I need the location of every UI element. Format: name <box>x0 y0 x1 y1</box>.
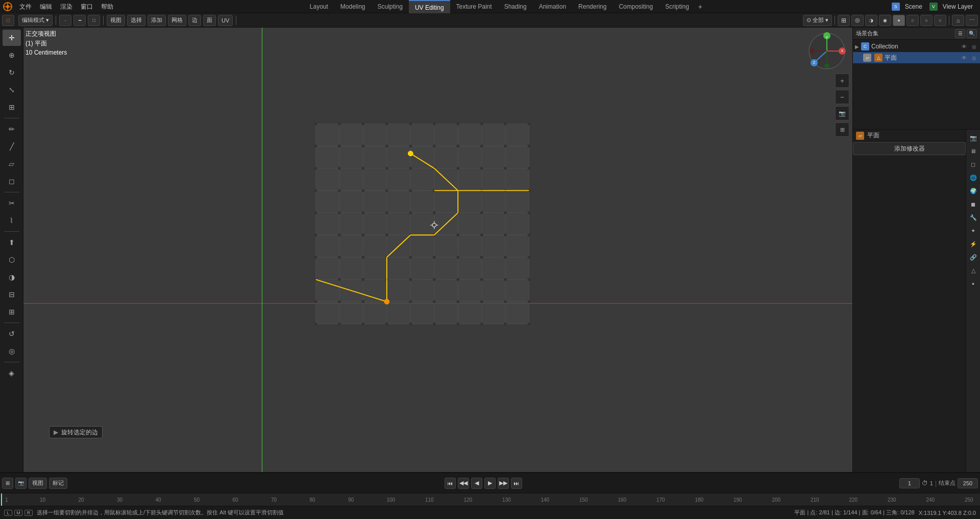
camera-btn[interactable]: 📷 <box>835 106 849 120</box>
current-frame-input[interactable] <box>899 478 920 488</box>
view-menu[interactable]: 视图 <box>107 15 125 26</box>
zoom-in-btn[interactable]: + <box>835 73 849 88</box>
timeline-camera-btn[interactable]: 📷 <box>15 478 27 489</box>
play-btn[interactable]: ▶ <box>484 478 496 489</box>
shading-material[interactable]: ○ <box>906 15 919 26</box>
jump-start-btn[interactable]: ⏮ <box>445 478 456 489</box>
tool-bevel[interactable]: ◑ <box>3 269 21 285</box>
collection-vis-icon[interactable]: 👁 <box>960 42 968 51</box>
timeline-scene-btn[interactable]: ⊞ <box>2 478 13 489</box>
viewport-gizmo-icon[interactable]: ⌂ <box>952 15 964 26</box>
tool-shear[interactable]: ◈ <box>3 365 21 381</box>
select-menu[interactable]: 选择 <box>127 15 145 26</box>
prev-key-btn[interactable]: ◀◀ <box>458 478 469 489</box>
shading-solid[interactable]: ● <box>893 15 905 26</box>
tab-texture-paint[interactable]: Texture Paint <box>450 0 498 13</box>
props-tab-scene[interactable]: 🌐 <box>967 171 979 184</box>
xray-icon[interactable]: ◉ <box>879 15 891 26</box>
proportional-icon[interactable]: ◎ <box>851 15 864 26</box>
tab-scripting[interactable]: Scripting <box>659 0 695 13</box>
edge-select-mode[interactable]: ━ <box>74 15 86 26</box>
tool-bisect[interactable]: ⌇ <box>3 212 21 229</box>
tool-move[interactable]: ⊕ <box>3 47 21 63</box>
outliner-search-btn[interactable]: 🔍 <box>967 29 977 38</box>
tab-shading[interactable]: Shading <box>498 0 533 13</box>
props-tab-object[interactable]: ◼ <box>967 198 979 210</box>
tab-layout[interactable]: Layout <box>304 0 334 13</box>
menu-help[interactable]: 帮助 <box>97 0 117 13</box>
props-tab-modifier[interactable]: 🔧 <box>967 211 979 224</box>
tool-transform[interactable]: ⊞ <box>3 99 21 115</box>
face-select-mode[interactable]: □ <box>88 15 100 26</box>
plane-render-icon[interactable]: ◎ <box>970 54 978 62</box>
tool-knife[interactable]: ✂ <box>3 195 21 211</box>
shading-rendered[interactable]: ○ <box>920 15 933 26</box>
3d-viewport[interactable]: 正交项视图 (1) 平面 10 Centimeters <box>23 28 852 472</box>
tool-scale[interactable]: ⤡ <box>3 82 21 98</box>
scene-name[interactable]: Scene <box>902 3 925 10</box>
collection-render-icon[interactable]: ◎ <box>970 42 978 51</box>
tab-uv-editing[interactable]: UV Editing <box>409 0 450 13</box>
props-tab-world[interactable]: 🌍 <box>967 185 979 197</box>
viewport-axes-widget[interactable]: Y X Z <box>806 31 847 71</box>
tab-rendering[interactable]: Rendering <box>572 0 612 13</box>
timeline-view-btn[interactable]: 视图 <box>29 478 47 489</box>
tab-animation[interactable]: Animation <box>533 0 572 13</box>
tool-annotate-line[interactable]: ╱ <box>3 138 21 155</box>
menu-file[interactable]: 文件 <box>15 0 36 13</box>
props-tab-physics[interactable]: ⚡ <box>967 238 979 250</box>
tool-annotate-poly[interactable]: ▱ <box>3 156 21 172</box>
tab-sculpting[interactable]: Sculpting <box>372 0 409 13</box>
timeline-marker-btn[interactable]: 标记 <box>49 478 67 489</box>
tool-annotate[interactable]: ✏ <box>3 121 21 137</box>
tool-smooth[interactable]: ◎ <box>3 343 21 359</box>
props-tab-output[interactable]: 🖥 <box>967 145 979 157</box>
outliner-collection[interactable]: ▶ C Collection 👁 ◎ <box>853 41 980 52</box>
grid-btn[interactable]: ⊞ <box>835 122 849 137</box>
tool-cursor[interactable]: ✛ <box>3 30 21 46</box>
edge-menu[interactable]: 边 <box>188 15 201 26</box>
props-tab-particles[interactable]: ✦ <box>967 225 979 237</box>
outliner-plane[interactable]: ▱ △ 平面 👁 ◎ <box>853 52 980 63</box>
menu-window[interactable]: 窗口 <box>77 0 97 13</box>
menu-edit[interactable]: 编辑 <box>36 0 56 13</box>
jump-end-btn[interactable]: ⏭ <box>511 478 522 489</box>
view-layer-name[interactable]: View Layer <box>940 3 976 10</box>
tool-inset[interactable]: ⬡ <box>3 252 21 268</box>
add-menu[interactable]: 添加 <box>148 15 166 26</box>
vertex-select-mode[interactable]: · <box>59 15 71 26</box>
overlay-icon[interactable]: ◑ <box>865 15 877 26</box>
tool-offset-edge[interactable]: ⊞ <box>3 304 21 320</box>
tool-spin[interactable]: ↺ <box>3 326 21 342</box>
tool-extrude[interactable]: ⬆ <box>3 234 21 251</box>
select-all-btn[interactable]: ⊙ 全部 ▾ <box>803 15 832 26</box>
next-frame-btn[interactable]: ▶▶ <box>498 478 509 489</box>
prev-frame-btn[interactable]: ◀ <box>471 478 482 489</box>
face-menu[interactable]: 面 <box>203 15 216 26</box>
add-workspace-button[interactable]: + <box>695 3 705 11</box>
add-modifier-button[interactable]: 添加修改器 <box>853 142 966 155</box>
tool-rotate[interactable]: ↻ <box>3 64 21 81</box>
props-tab-material[interactable]: ● <box>967 278 979 290</box>
tool-annotate-erase[interactable]: ◻ <box>3 173 21 189</box>
zoom-out-btn[interactable]: − <box>835 90 849 104</box>
mesh-menu[interactable]: 网格 <box>168 15 186 26</box>
shading-eevee[interactable]: ○ <box>934 15 946 26</box>
operation-bar[interactable]: ▶ 旋转选定的边 <box>49 426 103 438</box>
props-tab-render[interactable]: 📷 <box>967 132 979 144</box>
outliner-filter-btn[interactable]: ☰ <box>955 29 965 38</box>
uv-menu[interactable]: UV <box>218 15 233 26</box>
viewport-overlay-icon2[interactable]: ⋯ <box>966 15 978 26</box>
props-tab-constraints[interactable]: 🔗 <box>967 251 979 263</box>
menu-render[interactable]: 渲染 <box>56 0 77 13</box>
plane-vis-icon[interactable]: 👁 <box>960 54 968 62</box>
svg-point-120 <box>409 323 412 326</box>
tab-compositing[interactable]: Compositing <box>612 0 659 13</box>
tab-modeling[interactable]: Modeling <box>334 0 372 13</box>
mode-selector[interactable]: 编辑模式 ▾ <box>18 15 53 26</box>
snap-icon[interactable]: ⊞ <box>838 15 850 26</box>
tool-loop-cut[interactable]: ⊟ <box>3 286 21 303</box>
props-tab-data[interactable]: △ <box>967 264 979 277</box>
end-frame-input[interactable] <box>958 478 978 488</box>
props-tab-view-layer[interactable]: ◻ <box>967 158 979 170</box>
